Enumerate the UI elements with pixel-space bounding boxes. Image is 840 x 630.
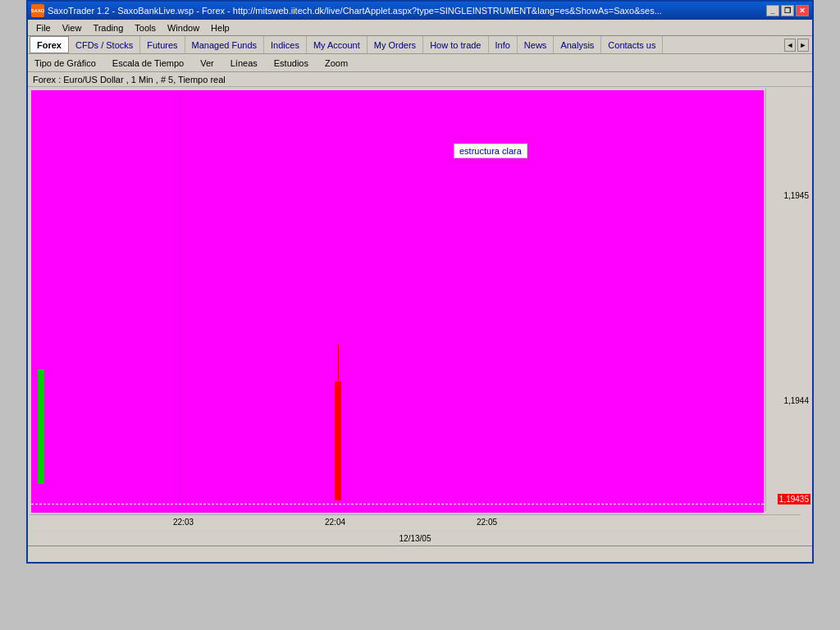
toolbar-zoom[interactable]: Zoom: [322, 57, 351, 70]
toolbar-escala-tiempo[interactable]: Escala de Tiempo: [109, 57, 187, 70]
price-axis: 1,1945 1,1944 1,19435: [765, 89, 810, 511]
menu-help[interactable]: Help: [206, 21, 235, 34]
nav-left-arrow[interactable]: ◄: [784, 39, 796, 52]
nav-my-account[interactable]: My Account: [307, 36, 368, 53]
x-tick-2205: 22:05: [477, 518, 497, 527]
nav-how-to-trade[interactable]: How to trade: [423, 36, 488, 53]
main-window: SAXO SaxoTrader 1.2 - SaxoBankLive.wsp -…: [26, 0, 814, 564]
candle-green-1: [38, 369, 44, 484]
toolbar-tipo-grafico[interactable]: Tipo de Gráfico: [31, 57, 99, 70]
nav-futures[interactable]: Futures: [140, 36, 185, 53]
candle-wick-top: [338, 345, 339, 381]
x-axis: 22:03 22:04 22:05: [30, 514, 801, 531]
app-logo: SAXO: [31, 4, 44, 17]
nav-my-orders[interactable]: My Orders: [368, 36, 423, 53]
toolbar-lineas[interactable]: Líneas: [227, 57, 261, 70]
minimize-button[interactable]: _: [766, 5, 779, 16]
title-bar: SAXO SaxoTrader 1.2 - SaxoBankLive.wsp -…: [28, 2, 812, 20]
menu-file[interactable]: File: [31, 21, 56, 34]
x-tick-2204: 22:04: [325, 518, 345, 527]
menu-bar: File View Trading Tools Window Help: [28, 20, 812, 36]
toolbar: Tipo de Gráfico Escala de Tiempo Ver Lín…: [28, 54, 812, 72]
nav-cfds-stocks[interactable]: CFDs / Stocks: [69, 36, 140, 53]
menu-window[interactable]: Window: [162, 21, 204, 34]
candle-red-1: [335, 381, 341, 500]
nav-indices[interactable]: Indices: [264, 36, 307, 53]
price-label-current: 1,19435: [778, 494, 810, 504]
nav-managed-funds[interactable]: Managed Funds: [185, 36, 265, 53]
title-left: SAXO SaxoTrader 1.2 - SaxoBankLive.wsp -…: [31, 4, 662, 17]
vertical-line-1: [183, 90, 184, 513]
toolbar-ver[interactable]: Ver: [197, 57, 217, 70]
chart-area-wrapper: estructura clara 1,1945 1,1944 1,19435: [30, 89, 810, 514]
chart-date: 12/13/05: [399, 534, 431, 543]
menu-tools[interactable]: Tools: [130, 21, 161, 34]
price-line-current: [31, 504, 764, 504]
nav-contacts-us[interactable]: Contacts us: [601, 36, 663, 53]
nav-arrows: ◄ ►: [784, 39, 810, 52]
nav-info[interactable]: Info: [489, 36, 518, 53]
window-title: SaxoTrader 1.2 - SaxoBankLive.wsp - Fore…: [48, 6, 662, 16]
close-button[interactable]: ✕: [796, 5, 809, 16]
nav-analysis[interactable]: Analysis: [554, 36, 601, 53]
annotation-box: estructura clara: [454, 144, 527, 158]
price-label-mid: 1,1944: [783, 396, 809, 405]
status-bar: [28, 546, 812, 562]
price-label-high: 1,1945: [783, 191, 809, 200]
restore-button[interactable]: ❐: [781, 5, 794, 16]
x-tick-2203: 22:03: [173, 518, 194, 527]
window-controls: _ ❐ ✕: [766, 5, 809, 16]
chart-info-label: Forex : Euro/US Dollar , 1 Min , # 5, Ti…: [33, 75, 226, 84]
chart-info-bar: Forex : Euro/US Dollar , 1 Min , # 5, Ti…: [28, 72, 812, 87]
toolbar-estudios[interactable]: Estudios: [271, 57, 312, 70]
nav-news[interactable]: News: [518, 36, 555, 53]
nav-bar: Forex CFDs / Stocks Futures Managed Fund…: [28, 36, 812, 54]
nav-forex[interactable]: Forex: [30, 36, 69, 53]
menu-view[interactable]: View: [57, 21, 87, 34]
nav-right-arrow[interactable]: ►: [797, 39, 809, 52]
date-bar: 12/13/05: [30, 531, 801, 546]
menu-trading[interactable]: Trading: [88, 21, 128, 34]
chart-canvas[interactable]: estructura clara: [31, 90, 764, 513]
